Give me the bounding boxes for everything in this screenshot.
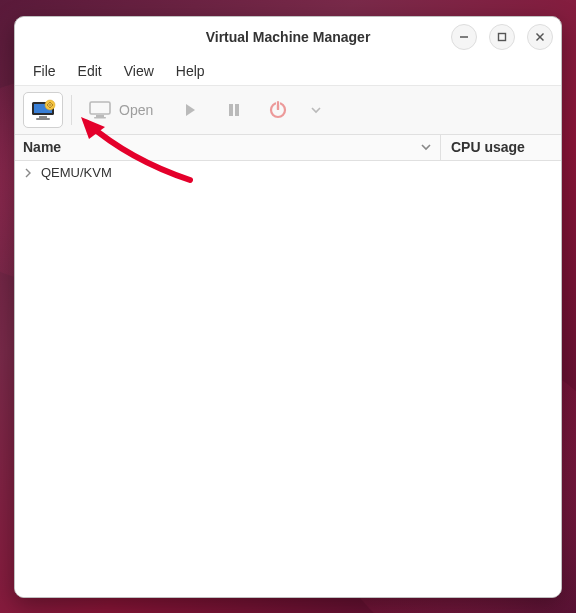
monitor-icon	[89, 101, 111, 119]
power-icon	[268, 100, 288, 120]
minimize-icon	[459, 32, 469, 42]
svg-rect-13	[235, 104, 239, 116]
svg-rect-9	[90, 102, 110, 114]
close-button[interactable]	[527, 24, 553, 50]
menu-edit[interactable]: Edit	[68, 60, 112, 82]
toolbar-separator	[71, 95, 72, 125]
shutdown-button[interactable]	[258, 92, 298, 128]
toolbar: Open	[15, 85, 561, 135]
pause-button[interactable]	[214, 92, 254, 128]
connection-label: QEMU/KVM	[41, 165, 112, 180]
close-icon	[535, 32, 545, 42]
chevron-down-icon	[310, 104, 322, 116]
play-button[interactable]	[170, 92, 210, 128]
svg-rect-1	[499, 33, 506, 40]
new-vm-icon	[30, 99, 56, 121]
svg-rect-11	[94, 117, 106, 119]
columns-header: Name CPU usage	[15, 135, 561, 161]
play-icon	[182, 102, 198, 118]
menu-help[interactable]: Help	[166, 60, 215, 82]
vm-tree-view[interactable]: QEMU/KVM	[15, 161, 561, 597]
svg-rect-7	[36, 118, 50, 120]
sort-chevron-down-icon	[420, 141, 432, 153]
open-button-label: Open	[119, 102, 153, 118]
column-name-label: Name	[23, 139, 61, 155]
maximize-button[interactable]	[489, 24, 515, 50]
column-cpu-header[interactable]: CPU usage	[441, 135, 561, 160]
svg-rect-10	[96, 115, 104, 117]
new-vm-button[interactable]	[23, 92, 63, 128]
menu-view[interactable]: View	[114, 60, 164, 82]
menu-file[interactable]: File	[23, 60, 66, 82]
open-vm-button[interactable]: Open	[80, 92, 166, 128]
svg-rect-6	[39, 116, 47, 118]
chevron-right-icon	[23, 168, 33, 178]
tree-expand-toggle[interactable]	[21, 168, 35, 178]
pause-icon	[226, 102, 242, 118]
window-controls	[451, 24, 553, 50]
column-name-header[interactable]: Name	[15, 135, 441, 160]
connection-row[interactable]: QEMU/KVM	[15, 161, 561, 185]
svg-rect-12	[229, 104, 233, 116]
maximize-icon	[497, 32, 507, 42]
menubar: File Edit View Help	[15, 57, 561, 85]
titlebar[interactable]: Virtual Machine Manager	[15, 17, 561, 57]
column-cpu-label: CPU usage	[451, 139, 525, 155]
shutdown-menu-button[interactable]	[302, 92, 330, 128]
application-window: Virtual Machine Manager File Edit View H…	[14, 16, 562, 598]
minimize-button[interactable]	[451, 24, 477, 50]
